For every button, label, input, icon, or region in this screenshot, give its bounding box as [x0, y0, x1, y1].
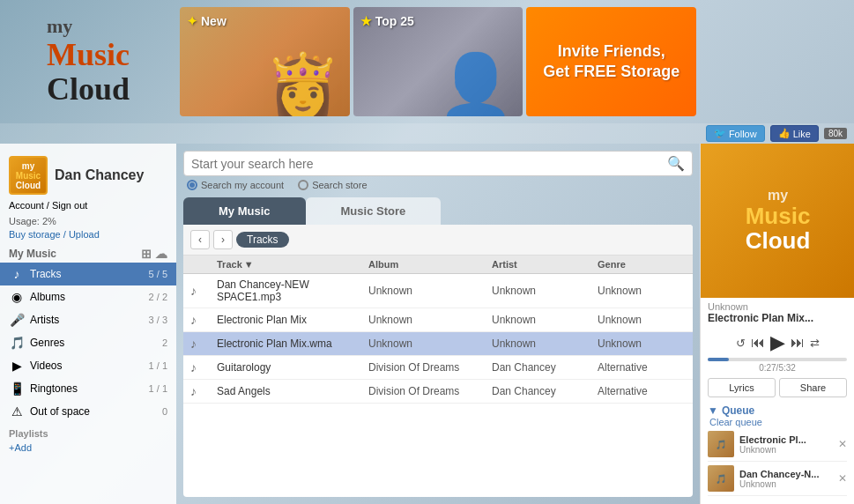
ringtones-label: Ringtones — [30, 382, 144, 395]
radio-my-account[interactable] — [187, 180, 197, 190]
follow-button[interactable]: 🐦 Follow — [706, 125, 765, 142]
banner-top25-image: 👤 — [437, 55, 514, 116]
sidebar-item-outofspace[interactable]: ⚠ Out of space 0 — [0, 400, 176, 423]
queue-label: Queue — [722, 404, 754, 417]
search-store-option[interactable]: Search store — [298, 180, 367, 190]
track-genre-4: Alternative — [598, 385, 686, 397]
progress-area: 0:27/5:32 — [701, 356, 854, 376]
outofspace-label: Out of space — [30, 405, 157, 418]
player-panel: my Music Cloud Unknown Electronic Plan M… — [700, 144, 854, 504]
queue-thumb-0: 🎵 — [708, 431, 734, 457]
avatar: myMusicCloud — [9, 156, 48, 195]
lyrics-button[interactable]: Lyrics — [708, 378, 776, 397]
banner-invite[interactable]: Invite Friends, Get FREE Storage — [526, 7, 696, 116]
shuffle-button[interactable]: ⇄ — [810, 337, 820, 350]
tab-music-store[interactable]: Music Store — [306, 197, 442, 225]
sidebar-item-albums[interactable]: ◉ Albums 2 / 2 — [0, 285, 176, 308]
play-button[interactable]: ▶ — [770, 331, 785, 354]
star-top25-icon: ★ — [360, 14, 372, 28]
queue-close-0[interactable]: ✕ — [838, 438, 847, 450]
table-row[interactable]: ♪ Sad Angels Division Of Dreams Dan Chan… — [183, 380, 693, 404]
avatar-logo: myMusicCloud — [16, 161, 41, 190]
track-icon-2: ♪ — [190, 337, 217, 351]
prev-button[interactable]: ⏮ — [751, 335, 765, 351]
track-nav: ‹ › Tracks — [183, 225, 693, 256]
track-artist-1: Unknown — [492, 314, 598, 326]
twitter-icon: 🐦 — [714, 128, 726, 139]
col-album-header[interactable]: Album — [368, 259, 492, 270]
track-table-container: ‹ › Tracks Track ▼ Album Artist — [183, 225, 693, 497]
queue-section: ▼ Queue Clear queue 🎵 Electronic Pl... U… — [701, 401, 854, 500]
queue-thumb-1: 🎵 — [708, 465, 734, 492]
player-art: my Music Cloud — [701, 144, 854, 298]
clear-queue-button[interactable]: Clear queue — [708, 417, 847, 427]
like-button[interactable]: 👍 Like — [770, 125, 819, 142]
track-album-3: Division Of Dreams — [368, 361, 492, 374]
track-genre-1: Unknown — [598, 314, 686, 326]
queue-item[interactable]: 🎵 Electronic Pl... Unknown ✕ — [708, 427, 847, 462]
search-icon[interactable]: 🔍 — [667, 155, 685, 172]
track-col-label: Track — [217, 259, 242, 270]
queue-close-1[interactable]: ✕ — [838, 472, 847, 485]
tracks-count: 5 / 5 — [149, 269, 167, 279]
add-playlist-button[interactable]: +Add — [0, 441, 176, 455]
sidebar-item-artists[interactable]: 🎤 Artists 3 / 3 — [0, 308, 176, 331]
thumbs-up-icon: 👍 — [778, 128, 791, 139]
table-row[interactable]: ♪ Dan Chancey-NEW SPACE1.mp3 Unknown Unk… — [183, 274, 693, 308]
col-track-header[interactable]: Track ▼ — [217, 259, 368, 270]
track-name-0: Dan Chancey-NEW SPACE1.mp3 — [217, 278, 368, 303]
sidebar-item-ringtones[interactable]: 📱 Ringtones 1 / 1 — [0, 377, 176, 400]
queue-header[interactable]: ▼ Queue — [708, 404, 847, 417]
signout-link[interactable]: Sign out — [52, 200, 87, 211]
col-icon-header — [190, 259, 217, 270]
grid-view-icon[interactable]: ⊞ — [141, 247, 152, 261]
col-genre-header[interactable]: Genre — [598, 259, 686, 270]
track-artist-3: Dan Chancey — [492, 361, 598, 374]
artists-count: 3 / 3 — [149, 315, 167, 325]
progress-bar[interactable] — [708, 358, 847, 361]
search-input[interactable] — [191, 157, 662, 171]
cloud-view-icon[interactable]: ☁ — [155, 247, 167, 261]
sidebar-item-videos[interactable]: ▶ Videos 1 / 1 — [0, 354, 176, 377]
table-row[interactable]: ♪ Guitarology Division Of Dreams Dan Cha… — [183, 356, 693, 380]
col-artist-header[interactable]: Artist — [492, 259, 598, 270]
outofspace-count: 0 — [162, 406, 167, 417]
account-links: Account / Sign out — [0, 198, 176, 212]
albums-label: Albums — [30, 291, 144, 303]
upload-link[interactable]: Upload — [69, 229, 100, 240]
tab-my-music[interactable]: My Music — [183, 197, 306, 225]
artists-label: Artists — [30, 314, 144, 326]
repeat-button[interactable]: ↺ — [736, 337, 746, 350]
queue-info-1: Dan Chancey-N... Unknown — [739, 469, 833, 489]
queue-item[interactable]: 🎵 Dan Chancey-N... Unknown ✕ — [708, 462, 847, 496]
radio-store[interactable] — [298, 180, 308, 190]
track-artist-2: Unknown — [492, 337, 598, 350]
genres-count: 2 — [162, 337, 167, 348]
player-track-info: Unknown Electronic Plan Mix... — [701, 298, 854, 326]
videos-icon: ▶ — [9, 359, 25, 373]
nav-back-button[interactable]: ‹ — [190, 230, 210, 249]
table-row[interactable]: ♪ Electronic Plan Mix.wma Unknown Unknow… — [183, 332, 693, 356]
track-album-4: Division Of Dreams — [368, 385, 492, 397]
sidebar-item-genres[interactable]: 🎵 Genres 2 — [0, 331, 176, 354]
track-icon-0: ♪ — [190, 284, 217, 298]
banner-new[interactable]: ✦ New 👸 — [180, 7, 350, 116]
player-controls: ↺ ⏮ ▶ ⏭ ⇄ — [701, 326, 854, 356]
next-button[interactable]: ⏭ — [791, 335, 805, 351]
buy-storage-link[interactable]: Buy storage — [9, 229, 61, 240]
sidebar-item-tracks[interactable]: ♪ Tracks 5 / 5 — [0, 263, 176, 285]
ringtones-count: 1 / 1 — [149, 383, 167, 394]
logo-cloud: Cloud — [47, 72, 130, 107]
table-row[interactable]: ♪ Electronic Plan Mix Unknown Unknown Un… — [183, 308, 693, 332]
nav-forward-button[interactable]: › — [213, 230, 233, 249]
share-button[interactable]: Share — [779, 378, 847, 397]
account-link[interactable]: Account — [9, 200, 44, 211]
track-album-0: Unknown — [368, 285, 492, 297]
social-bar: 🐦 Follow 👍 Like 80k — [0, 123, 854, 144]
search-my-account-option[interactable]: Search my account — [187, 180, 284, 190]
track-name-3: Guitarology — [217, 361, 368, 374]
search-options: Search my account Search store — [183, 180, 693, 190]
track-genre-2: Unknown — [598, 337, 686, 350]
track-album-1: Unknown — [368, 314, 492, 326]
banner-top25[interactable]: ★ Top 25 👤 — [353, 7, 524, 116]
